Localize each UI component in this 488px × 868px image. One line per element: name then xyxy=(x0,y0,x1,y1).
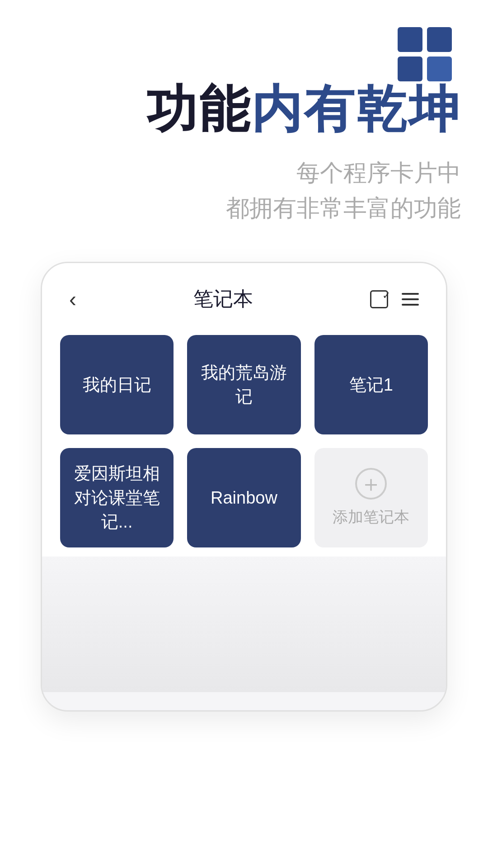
notebook-card-4[interactable]: 爱因斯坦相对论课堂笔记... xyxy=(60,448,174,547)
notebook-label-4: 爱因斯坦相对论课堂笔记... xyxy=(69,462,164,534)
back-button[interactable]: ‹ xyxy=(69,287,76,311)
notebook-label-1: 我的日记 xyxy=(83,373,151,397)
menu-line-2 xyxy=(402,298,419,300)
notebook-label-3: 笔记1 xyxy=(349,373,393,397)
notebook-grid: 我的日记 我的荒岛游记 笔记1 爱因斯坦相对论课堂笔记... Rainbow ＋… xyxy=(42,326,446,557)
subtitle-line1: 每个程序卡片中 xyxy=(27,155,461,190)
logo-cell-1 xyxy=(398,27,422,52)
headline-part1: 功能 xyxy=(146,81,251,137)
headline-part2: 内有乾坤 xyxy=(251,81,461,137)
add-notebook-label: 添加笔记本 xyxy=(333,506,409,528)
logo-cell-4 xyxy=(427,57,452,81)
select-icon[interactable] xyxy=(370,290,388,308)
notebook-card-2[interactable]: 我的荒岛游记 xyxy=(187,335,300,434)
notebook-card-3[interactable]: 笔记1 xyxy=(314,335,428,434)
notebook-card-1[interactable]: 我的日记 xyxy=(60,335,174,434)
menu-line-1 xyxy=(402,293,419,295)
add-circle-icon: ＋ xyxy=(355,468,387,500)
notebook-label-5: Rainbow xyxy=(211,486,277,510)
headline-main: 功能内有乾坤 xyxy=(27,81,461,137)
logo-cell-2 xyxy=(427,27,452,52)
menu-line-3 xyxy=(402,304,419,306)
subtitle-line2: 都拥有非常丰富的功能 xyxy=(27,190,461,226)
page-container: 功能内有乾坤 每个程序卡片中 都拥有非常丰富的功能 ‹ 笔记本 xyxy=(0,0,488,868)
bottom-fade-area xyxy=(42,557,447,692)
app-logo-icon xyxy=(398,27,452,81)
screen-title: 笔记本 xyxy=(193,286,253,312)
phone-mockup-wrapper: ‹ 笔记本 我的日记 xyxy=(27,262,461,712)
phone-mockup: ‹ 笔记本 我的日记 xyxy=(41,262,447,712)
app-header: ‹ 笔记本 xyxy=(42,263,446,326)
headline-section: 功能内有乾坤 每个程序卡片中 都拥有非常丰富的功能 xyxy=(0,81,488,226)
headline-subtitle: 每个程序卡片中 都拥有非常丰富的功能 xyxy=(27,155,461,226)
notebook-add-card[interactable]: ＋ 添加笔记本 xyxy=(314,448,428,547)
notebook-label-2: 我的荒岛游记 xyxy=(196,361,291,409)
menu-icon[interactable] xyxy=(402,293,419,306)
logo-cell-3 xyxy=(398,57,422,81)
header-actions xyxy=(370,290,419,308)
notebook-card-5[interactable]: Rainbow xyxy=(187,448,300,547)
